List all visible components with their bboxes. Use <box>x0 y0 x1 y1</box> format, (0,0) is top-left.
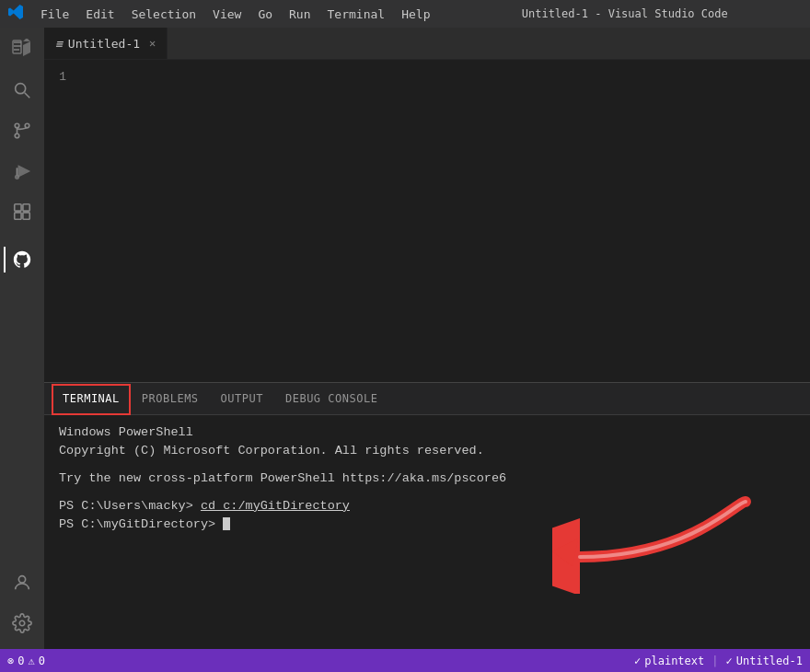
terminal-line-3 <box>59 459 795 469</box>
editor-tab-untitled[interactable]: ≡ Untitled-1 ✕ <box>44 28 168 59</box>
status-bar-left: ⊗ 0 ⚠ 0 <box>7 655 45 667</box>
status-errors[interactable]: ⊗ 0 ⚠ 0 <box>7 655 45 667</box>
status-bar: ⊗ 0 ⚠ 0 ✓ plaintext | ✓ Untitled-1 <box>0 649 810 672</box>
tab-bar: ≡ Untitled-1 ✕ <box>44 28 810 60</box>
svg-marker-17 <box>552 539 578 566</box>
window-title: Untitled-1 - Visual Studio Code <box>446 7 803 20</box>
terminal-content[interactable]: Windows PowerShell Copyright (C) Microso… <box>44 415 810 649</box>
svg-marker-16 <box>552 539 578 566</box>
svg-rect-12 <box>23 213 29 219</box>
terminal-line-4: Try the new cross-platform PowerShell ht… <box>59 469 795 487</box>
svg-point-1 <box>16 84 26 94</box>
menu-run[interactable]: Run <box>282 6 318 23</box>
terminal-cursor <box>223 517 230 530</box>
menu-edit[interactable]: Edit <box>78 6 122 23</box>
terminal-text-2: Copyright (C) Microsoft Corporation. All… <box>59 444 484 458</box>
code-line-1: 1 <box>44 67 810 86</box>
github-icon[interactable] <box>4 241 40 278</box>
account-icon[interactable] <box>4 564 40 601</box>
activity-bar-bottom <box>4 564 40 649</box>
activity-bar <box>0 28 44 649</box>
menu-file[interactable]: File <box>33 6 76 23</box>
tab-terminal[interactable]: TERMINAL <box>52 384 131 415</box>
svg-rect-10 <box>23 204 29 211</box>
terminal-line-6: PS C:\Users\macky> cd c:/myGitDirectory <box>59 496 795 515</box>
svg-marker-7 <box>18 167 29 177</box>
status-bar-right: ✓ plaintext | ✓ Untitled-1 <box>634 655 803 667</box>
code-editor[interactable]: 1 <box>44 60 810 382</box>
line-number-1: 1 <box>44 70 81 84</box>
terminal-line-1: Windows PowerShell <box>59 423 795 441</box>
svg-point-14 <box>19 620 25 626</box>
terminal-text-1: Windows PowerShell <box>59 425 193 439</box>
menu-view[interactable]: View <box>205 6 249 23</box>
menu-selection[interactable]: Selection <box>124 6 203 23</box>
tab-close-button[interactable]: ✕ <box>149 37 156 50</box>
vscode-logo-icon <box>7 4 24 24</box>
source-control-icon[interactable] <box>4 112 40 149</box>
settings-icon[interactable] <box>4 605 40 642</box>
status-language[interactable]: ✓ plaintext <box>634 655 704 667</box>
search-icon[interactable] <box>4 72 40 109</box>
svg-point-5 <box>25 123 29 128</box>
svg-point-8 <box>16 176 19 180</box>
tab-problems-label: PROBLEMS <box>142 392 199 405</box>
explorer-icon[interactable] <box>4 31 40 68</box>
terminal-line-5 <box>59 487 795 496</box>
svg-point-13 <box>18 576 25 583</box>
svg-line-2 <box>25 93 30 98</box>
main-layout: ≡ Untitled-1 ✕ 1 TERMINAL PROBLEMS <box>0 28 810 649</box>
extensions-icon[interactable] <box>4 193 40 230</box>
tab-terminal-label: TERMINAL <box>63 392 120 405</box>
svg-point-4 <box>15 123 19 128</box>
svg-rect-11 <box>15 213 21 219</box>
tab-italic-indicator: ≡ <box>55 37 63 51</box>
menu-terminal[interactable]: Terminal <box>320 6 393 23</box>
status-file[interactable]: ✓ Untitled-1 <box>726 655 803 667</box>
menu-go[interactable]: Go <box>250 6 280 23</box>
tab-output[interactable]: OUTPUT <box>210 383 274 414</box>
error-icon: ⊗ <box>7 655 14 667</box>
editor-area: ≡ Untitled-1 ✕ 1 TERMINAL PROBLEMS <box>44 28 810 649</box>
warning-icon: ⚠ <box>28 655 34 667</box>
menu-help[interactable]: Help <box>394 6 437 23</box>
terminal-command-1: cd c:/myGitDirectory <box>201 499 350 513</box>
tab-problems[interactable]: PROBLEMS <box>131 383 210 414</box>
terminal-line-7: PS C:\myGitDirectory> <box>59 515 795 533</box>
tab-debug-console[interactable]: DEBUG CONSOLE <box>274 383 388 414</box>
menu-bar[interactable]: File Edit Selection View Go Run Terminal… <box>33 6 437 23</box>
checkmark-icon: ✓ <box>634 655 641 667</box>
svg-rect-9 <box>15 204 21 211</box>
tab-output-label: OUTPUT <box>221 392 263 405</box>
tab-label: Untitled-1 <box>68 37 140 51</box>
terminal-text-4: Try the new cross-platform PowerShell ht… <box>59 471 506 485</box>
warning-count: 0 <box>39 655 45 667</box>
file-label: Untitled-1 <box>736 655 803 667</box>
error-count: 0 <box>17 655 24 667</box>
title-bar: File Edit Selection View Go Run Terminal… <box>0 0 810 28</box>
status-divider: | <box>712 655 718 667</box>
run-debug-icon[interactable] <box>4 153 40 190</box>
checkmark-icon-2: ✓ <box>726 655 733 667</box>
terminal-prompt-2: PS C:\myGitDirectory> <box>59 517 223 531</box>
panel-area: TERMINAL PROBLEMS OUTPUT DEBUG CONSOLE W… <box>44 382 810 649</box>
language-label: plaintext <box>644 655 704 667</box>
tab-debug-console-label: DEBUG CONSOLE <box>285 392 377 405</box>
terminal-line-2: Copyright (C) Microsoft Corporation. All… <box>59 441 795 459</box>
terminal-prompt-1: PS C:\Users\macky> <box>59 499 201 513</box>
svg-point-3 <box>15 133 19 138</box>
panel-tabs: TERMINAL PROBLEMS OUTPUT DEBUG CONSOLE <box>44 383 810 415</box>
